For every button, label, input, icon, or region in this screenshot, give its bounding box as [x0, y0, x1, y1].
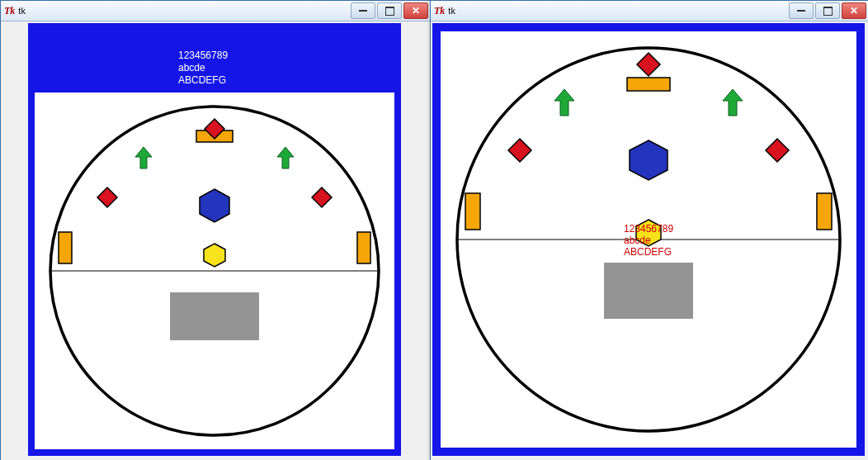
svg-marker-2 — [554, 89, 574, 116]
maximize-button[interactable] — [815, 2, 840, 19]
window-title: tk — [448, 6, 455, 16]
client-area-left: 123456789 abcde ABCDEFG — [1, 21, 430, 460]
gray-box — [604, 263, 693, 319]
svg-marker-1 — [277, 147, 294, 168]
svg-marker-3 — [723, 89, 743, 116]
orange-rect-right — [357, 232, 370, 263]
orange-rect-left — [59, 232, 72, 263]
titlebar-right[interactable]: Tk tk ✕ — [431, 1, 868, 21]
minimize-button[interactable] — [789, 2, 814, 19]
svg-marker-0 — [135, 147, 152, 168]
blue-frame-left: 123456789 abcde ABCDEFG — [28, 23, 401, 456]
diagram-svg-left — [35, 92, 394, 449]
minimize-button[interactable] — [351, 2, 375, 19]
close-button[interactable]: ✕ — [403, 2, 428, 19]
blue-hexagon — [200, 189, 229, 222]
red-diamond-top — [637, 53, 660, 76]
window-title: tk — [18, 6, 26, 16]
yellow-hexagon — [204, 244, 225, 267]
client-area-right: 123456789 abcde ABCDEFG — [431, 21, 868, 460]
orange-rect-top — [627, 78, 670, 91]
orange-rect-left — [465, 193, 480, 230]
red-diamond-right — [766, 139, 789, 162]
window-right: Tk tk ✕ — [430, 0, 868, 460]
green-arrow-left — [554, 89, 574, 116]
overlay-text-right: 123456789 abcde ABCDEFG — [624, 223, 673, 258]
window-controls: ✕ — [789, 2, 866, 19]
header-text-left: 123456789 abcde ABCDEFG — [178, 50, 228, 87]
green-arrow-right — [723, 89, 743, 116]
canvas-left — [35, 92, 394, 449]
blue-hexagon — [630, 140, 668, 180]
window-left: Tk tk ✕ 123456789 abcde ABCDEFG — [0, 0, 431, 460]
gray-box — [170, 292, 259, 340]
red-diamond-left — [97, 187, 117, 207]
blue-frame-right: 123456789 abcde ABCDEFG — [432, 23, 865, 456]
titlebar-left[interactable]: Tk tk ✕ — [1, 1, 430, 21]
window-controls: ✕ — [351, 2, 428, 19]
tk-icon: Tk — [434, 5, 445, 17]
orange-rect-right — [817, 193, 832, 230]
red-diamond-left — [508, 139, 531, 162]
tk-icon: Tk — [4, 5, 15, 17]
close-button[interactable]: ✕ — [842, 2, 866, 19]
green-arrow-left — [135, 147, 152, 168]
green-arrow-right — [277, 147, 294, 168]
red-diamond-right — [312, 187, 332, 207]
maximize-button[interactable] — [377, 2, 402, 19]
canvas-right: 123456789 abcde ABCDEFG — [441, 31, 856, 448]
